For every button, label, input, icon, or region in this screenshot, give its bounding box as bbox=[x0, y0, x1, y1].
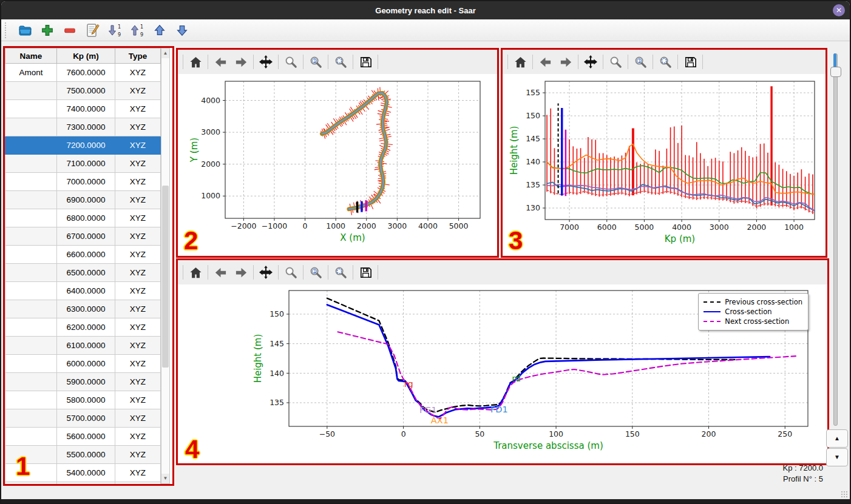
home-icon[interactable] bbox=[512, 53, 529, 70]
remove-profile-icon[interactable] bbox=[62, 22, 78, 38]
zoom-icon[interactable] bbox=[282, 53, 299, 70]
table-cell[interactable]: XYZ bbox=[115, 100, 161, 118]
edit-profile-icon[interactable] bbox=[84, 22, 100, 38]
table-cell[interactable]: XYZ bbox=[115, 136, 161, 155]
table-cell[interactable] bbox=[5, 391, 57, 409]
table-cell[interactable]: 7600.0000 bbox=[57, 64, 115, 82]
table-cell[interactable]: XYZ bbox=[115, 173, 161, 191]
table-row[interactable]: 7500.0000XYZ bbox=[5, 82, 161, 100]
table-cell[interactable] bbox=[5, 282, 57, 300]
longitudinal-plot[interactable]: 7000600050004000300020001000130135140145… bbox=[503, 74, 824, 255]
table-cell[interactable] bbox=[5, 264, 57, 282]
header-kp[interactable]: Kp (m) bbox=[57, 49, 115, 64]
move-down-icon[interactable] bbox=[174, 22, 190, 38]
table-cell[interactable] bbox=[5, 82, 57, 100]
table-row[interactable]: 6800.0000XYZ bbox=[5, 209, 161, 227]
resize-grip[interactable] bbox=[841, 491, 848, 498]
profile-down-button[interactable]: ▼ bbox=[826, 448, 848, 466]
table-row[interactable]: 7300.0000XYZ bbox=[5, 118, 161, 136]
pan-icon[interactable] bbox=[257, 53, 274, 70]
table-cell[interactable]: 6600.0000 bbox=[57, 246, 115, 264]
table-cell[interactable]: 6900.0000 bbox=[57, 191, 115, 209]
table-cell[interactable]: XYZ bbox=[115, 482, 161, 485]
back-icon[interactable] bbox=[212, 264, 229, 281]
table-scrollbar[interactable]: ▲ ▼ bbox=[161, 48, 170, 484]
table-cell[interactable]: 6000.0000 bbox=[57, 355, 115, 373]
table-cell[interactable]: XYZ bbox=[115, 428, 161, 446]
table-cell[interactable] bbox=[5, 464, 57, 482]
table-cell[interactable] bbox=[5, 355, 57, 373]
table-cell[interactable] bbox=[5, 446, 57, 464]
table-cell[interactable]: XYZ bbox=[115, 155, 161, 173]
plan-view-plot[interactable]: −2000−1000010002000300040005000100020003… bbox=[178, 74, 496, 255]
toolbar-grip[interactable] bbox=[5, 22, 8, 38]
table-cell[interactable]: XYZ bbox=[115, 409, 161, 428]
table-cell[interactable]: 5400.0000 bbox=[57, 464, 115, 482]
table-cell[interactable]: XYZ bbox=[115, 64, 161, 82]
pan-icon[interactable] bbox=[582, 53, 599, 70]
zoom-one-icon[interactable]: 1 bbox=[307, 53, 324, 70]
table-cell[interactable] bbox=[5, 173, 57, 191]
profile-up-button[interactable]: ▲ bbox=[826, 429, 848, 448]
pan-icon[interactable] bbox=[257, 264, 274, 281]
forward-icon[interactable] bbox=[557, 53, 574, 70]
table-row[interactable]: 5300.0000XYZ bbox=[5, 482, 161, 485]
sort-ascending-icon[interactable]: 19 bbox=[129, 22, 145, 38]
table-cell[interactable]: 5900.0000 bbox=[57, 373, 115, 391]
table-cell[interactable]: XYZ bbox=[115, 337, 161, 355]
table-cell[interactable] bbox=[5, 409, 57, 428]
table-row[interactable]: 7200.0000XYZ bbox=[5, 136, 161, 155]
table-cell[interactable]: XYZ bbox=[115, 209, 161, 227]
scroll-down-icon[interactable]: ▼ bbox=[161, 474, 169, 483]
table-cell[interactable]: 5500.0000 bbox=[57, 446, 115, 464]
table-cell[interactable] bbox=[5, 300, 57, 318]
table-cell[interactable]: 6800.0000 bbox=[57, 209, 115, 227]
zoom-fit-icon[interactable] bbox=[332, 264, 349, 281]
table-cell[interactable]: XYZ bbox=[115, 300, 161, 318]
table-cell[interactable]: 7400.0000 bbox=[57, 100, 115, 118]
table-row[interactable]: 7400.0000XYZ bbox=[5, 100, 161, 118]
close-icon[interactable]: ✕ bbox=[833, 4, 845, 16]
zoom-icon[interactable] bbox=[282, 264, 299, 281]
back-icon[interactable] bbox=[212, 53, 229, 70]
table-cell[interactable] bbox=[5, 227, 57, 246]
table-cell[interactable] bbox=[5, 482, 57, 485]
table-cell[interactable]: XYZ bbox=[115, 227, 161, 246]
table-cell[interactable]: XYZ bbox=[115, 446, 161, 464]
table-row[interactable]: 7100.0000XYZ bbox=[5, 155, 161, 173]
table-row[interactable]: 6000.0000XYZ bbox=[5, 355, 161, 373]
table-cell[interactable]: XYZ bbox=[115, 373, 161, 391]
table-cell[interactable]: 7100.0000 bbox=[57, 155, 115, 173]
zoom-icon[interactable] bbox=[607, 53, 624, 70]
table-cell[interactable]: 7500.0000 bbox=[57, 82, 115, 100]
profile-slider-track[interactable] bbox=[833, 53, 838, 426]
open-folder-icon[interactable] bbox=[17, 22, 33, 38]
title-bar[interactable]: Geometry reach edit - Saar ✕ bbox=[1, 1, 850, 19]
table-cell[interactable] bbox=[5, 318, 57, 337]
header-type[interactable]: Type bbox=[115, 49, 161, 64]
table-cell[interactable]: XYZ bbox=[115, 282, 161, 300]
table-cell[interactable]: 6400.0000 bbox=[57, 282, 115, 300]
table-row[interactable]: 5800.0000XYZ bbox=[5, 391, 161, 409]
table-cell[interactable]: XYZ bbox=[115, 246, 161, 264]
table-row[interactable]: 6300.0000XYZ bbox=[5, 300, 161, 318]
table-cell[interactable] bbox=[5, 373, 57, 391]
table-cell[interactable] bbox=[5, 118, 57, 136]
table-cell[interactable] bbox=[5, 191, 57, 209]
back-icon[interactable] bbox=[537, 53, 554, 70]
table-cell[interactable]: 6100.0000 bbox=[57, 337, 115, 355]
table-cell[interactable]: XYZ bbox=[115, 264, 161, 282]
table-row[interactable]: 7000.0000XYZ bbox=[5, 173, 161, 191]
table-row[interactable]: Amont7600.0000XYZ bbox=[5, 64, 161, 82]
table-cell[interactable]: 7300.0000 bbox=[57, 118, 115, 136]
table-cell[interactable]: XYZ bbox=[115, 191, 161, 209]
add-profile-icon[interactable] bbox=[39, 22, 55, 38]
table-row[interactable]: 6200.0000XYZ bbox=[5, 318, 161, 337]
table-cell[interactable]: XYZ bbox=[115, 464, 161, 482]
forward-icon[interactable] bbox=[232, 264, 249, 281]
profile-slider-handle[interactable] bbox=[830, 67, 841, 77]
table-cell[interactable]: 5800.0000 bbox=[57, 391, 115, 409]
zoom-one-icon[interactable]: 1 bbox=[307, 264, 324, 281]
save-icon[interactable] bbox=[357, 264, 374, 281]
forward-icon[interactable] bbox=[232, 53, 249, 70]
